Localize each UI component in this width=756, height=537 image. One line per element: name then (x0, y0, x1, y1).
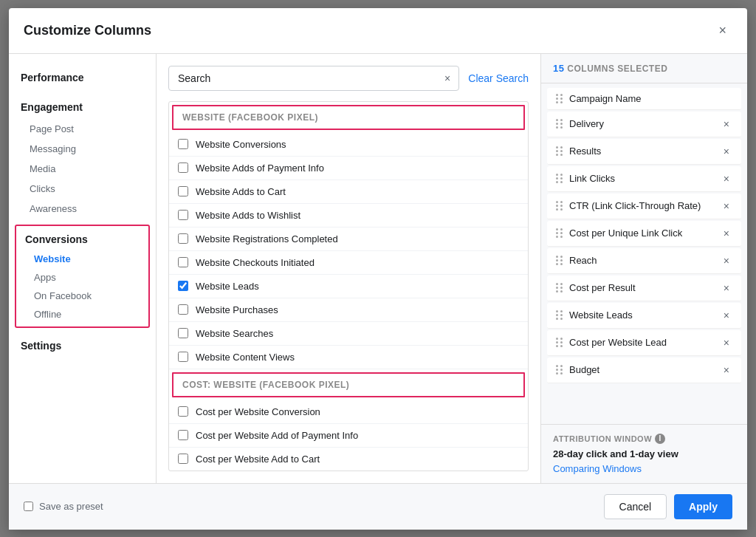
selected-item-results: Results × (547, 139, 741, 165)
remove-results-button[interactable]: × (721, 144, 732, 159)
checkbox-website-payment-label: Website Adds of Payment Info (196, 163, 324, 174)
footer-buttons: Cancel Apply (604, 494, 732, 519)
remove-budget-button[interactable]: × (721, 363, 732, 377)
checkbox-cost-payment-input[interactable] (178, 430, 188, 440)
clear-search-link[interactable]: Clear Search (468, 72, 529, 84)
drag-handle-cost-website-lead[interactable] (556, 338, 563, 347)
cancel-button[interactable]: Cancel (604, 494, 667, 519)
remove-cost-unique-link-button[interactable]: × (721, 226, 732, 241)
checkbox-cost-payment-label: Cost per Website Add of Payment Info (196, 430, 358, 441)
sidebar-item-clicks[interactable]: Clicks (9, 179, 156, 199)
selected-item-link-clicks: Link Clicks × (547, 166, 741, 192)
selected-header: 15 COLUMNS SELECTED (541, 54, 747, 83)
save-preset-label: Save as preset (39, 501, 103, 512)
modal-title: Customize Columns (24, 23, 151, 38)
apply-button[interactable]: Apply (674, 494, 732, 519)
checkbox-website-purchases-label: Website Purchases (196, 304, 278, 315)
selected-item-campaign-name: Campaign Name (547, 88, 741, 110)
selected-list: Campaign Name Delivery × Results (541, 83, 747, 424)
sidebar-performance-header: Performance (9, 66, 156, 89)
drag-handle-ctr[interactable] (556, 201, 563, 211)
save-preset-checkbox[interactable] (24, 502, 33, 511)
sidebar-item-apps[interactable]: Apps (16, 268, 148, 287)
sidebar-engagement-header: Engagement (9, 95, 156, 119)
drag-handle-reach[interactable] (556, 256, 563, 265)
info-icon[interactable]: i (655, 434, 665, 444)
drag-handle-delivery[interactable] (556, 119, 563, 129)
remove-delivery-button[interactable]: × (721, 117, 732, 131)
selected-item-cost-result-label: Cost per Result (569, 282, 715, 293)
selected-item-cost-unique-link: Cost per Unique Link Click × (547, 221, 741, 247)
sidebar-item-website[interactable]: Website (16, 250, 148, 268)
drag-handle-link-clicks[interactable] (556, 174, 563, 183)
checkbox-website-leads-label: Website Leads (196, 281, 259, 292)
conversions-box: Conversions Website Apps On Facebook Off… (15, 225, 150, 328)
checkbox-website-cart-input[interactable] (178, 186, 188, 196)
sidebar-item-awareness[interactable]: Awareness (9, 199, 156, 219)
modal-header: Customize Columns × (9, 8, 747, 54)
sidebar-item-offline[interactable]: Offline (16, 305, 148, 324)
checkbox-website-conversions-label: Website Conversions (196, 139, 286, 150)
checkbox-website-content-input[interactable] (178, 352, 188, 362)
checkbox-website-searches-input[interactable] (178, 328, 188, 338)
search-bar: × Clear Search (168, 66, 529, 91)
sidebar-performance-section: Performance (9, 66, 156, 89)
selected-count: 15 (553, 63, 564, 74)
attribution-title: ATTRIBUTION WINDOW i (553, 434, 735, 444)
sidebar-item-on-facebook[interactable]: On Facebook (16, 287, 148, 305)
checkbox-website-checkouts-label: Website Checkouts Initiated (196, 257, 315, 268)
drag-handle-campaign-name[interactable] (556, 94, 563, 103)
checkbox-cost-cart-input[interactable] (178, 454, 188, 464)
selected-label: COLUMNS SELECTED (567, 64, 667, 74)
checkbox-website-conversions[interactable]: Website Conversions (169, 133, 528, 157)
remove-ctr-button[interactable]: × (721, 199, 732, 213)
checkbox-website-registrations-input[interactable] (178, 233, 188, 244)
sidebar-item-page-post[interactable]: Page Post (9, 119, 156, 139)
remove-cost-result-button[interactable]: × (721, 281, 732, 295)
checkbox-website-payment[interactable]: Website Adds of Payment Info (169, 157, 528, 180)
checkbox-website-conversions-input[interactable] (178, 139, 188, 149)
checkbox-website-searches[interactable]: Website Searches (169, 322, 528, 346)
selected-item-cost-result: Cost per Result × (547, 276, 741, 301)
search-input[interactable] (168, 66, 459, 91)
checkbox-website-payment-input[interactable] (178, 163, 188, 173)
remove-cost-website-lead-button[interactable]: × (721, 335, 732, 350)
checkbox-cost-payment[interactable]: Cost per Website Add of Payment Info (169, 424, 528, 448)
sidebar-item-media[interactable]: Media (9, 159, 156, 179)
search-clear-button[interactable]: × (441, 71, 453, 86)
remove-link-clicks-button[interactable]: × (721, 171, 732, 186)
checkbox-website-content[interactable]: Website Content Views (169, 346, 528, 369)
checkbox-website-checkouts-input[interactable] (178, 257, 188, 267)
selected-item-link-clicks-label: Link Clicks (569, 173, 715, 184)
comparing-windows-link[interactable]: Comparing Windows (553, 463, 642, 474)
checkbox-website-purchases[interactable]: Website Purchases (169, 298, 528, 322)
checkbox-website-leads-input[interactable] (178, 281, 188, 291)
selected-item-budget: Budget × (547, 358, 741, 383)
checkbox-cost-conversion[interactable]: Cost per Website Conversion (169, 400, 528, 424)
drag-handle-website-leads[interactable] (556, 310, 563, 320)
checkbox-website-registrations[interactable]: Website Registrations Completed (169, 228, 528, 251)
checkbox-website-checkouts[interactable]: Website Checkouts Initiated (169, 251, 528, 275)
website-facebook-pixel-header: WEBSITE (FACEBOOK PIXEL) (172, 105, 525, 130)
checkbox-cost-cart-label: Cost per Website Add to Cart (196, 454, 320, 465)
checkbox-website-cart[interactable]: Website Adds to Cart (169, 180, 528, 204)
selected-item-website-leads: Website Leads × (547, 303, 741, 329)
remove-reach-button[interactable]: × (721, 253, 732, 268)
attribution-value: 28-day click and 1-day view (553, 448, 735, 459)
close-button[interactable]: × (712, 20, 732, 41)
drag-handle-cost-unique-link[interactable] (556, 228, 563, 238)
drag-handle-results[interactable] (556, 146, 563, 156)
remove-website-leads-button[interactable]: × (721, 308, 732, 323)
checkbox-website-purchases-input[interactable] (178, 304, 188, 315)
drag-handle-budget[interactable] (556, 365, 563, 374)
checkbox-website-cart-label: Website Adds to Cart (196, 186, 286, 197)
middle-list: WEBSITE (FACEBOOK PIXEL) Website Convers… (168, 101, 529, 471)
checkbox-website-wishlist-input[interactable] (178, 210, 188, 220)
checkbox-website-wishlist[interactable]: Website Adds to Wishlist (169, 204, 528, 228)
sidebar-item-messaging[interactable]: Messaging (9, 139, 156, 159)
checkbox-cost-conversion-input[interactable] (178, 406, 188, 417)
checkbox-cost-cart[interactable]: Cost per Website Add to Cart (169, 448, 528, 471)
cost-website-facebook-pixel-header: COST: WEBSITE (FACEBOOK PIXEL) (172, 372, 525, 397)
drag-handle-cost-result[interactable] (556, 283, 563, 293)
checkbox-website-leads[interactable]: Website Leads (169, 275, 528, 298)
